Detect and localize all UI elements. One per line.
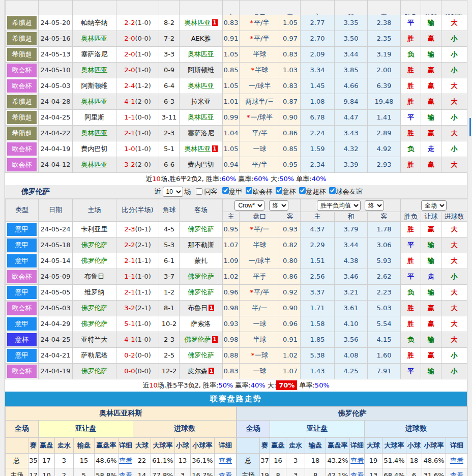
result-handicap: 赢 [421, 78, 441, 94]
score-cell: 2-0(1-0) [116, 46, 159, 62]
home-odds: 1.02 [223, 269, 240, 284]
same-away-checkbox[interactable] [196, 188, 202, 195]
result-handicap: 赢 [421, 31, 441, 46]
view-detail-link[interactable]: 查看 [450, 457, 463, 464]
half-time-score: (0-0) [135, 35, 151, 42]
away-team: 皮尔森1 [180, 363, 223, 379]
handicap-final-select[interactable]: 终 [269, 200, 288, 211]
away-team: 奥林匹亚 [180, 78, 223, 94]
half-time-score: (1-2) [135, 82, 151, 90]
result-wdl: 胜 [401, 300, 421, 316]
detail-cell: 查看 [119, 453, 133, 468]
europe-away-odds: 2.23 [368, 284, 401, 300]
full-time-score: 5-1 [124, 320, 135, 328]
europe-away-odds: 5.03 [368, 300, 401, 316]
score-cell: 1-1(0-0) [116, 109, 159, 125]
europe-draw-odds: 3.35 [335, 15, 368, 31]
home-team: 佛罗伦萨 [73, 253, 116, 269]
star-marker: * [250, 19, 254, 26]
team-name: 那不勒斯 [188, 241, 214, 249]
europe-away-odds: 1.78 [368, 221, 401, 237]
full-time-score: 0-0 [124, 367, 135, 375]
league-badge: 欧会杯 [7, 158, 37, 171]
europe-final-select[interactable]: 终 [365, 200, 384, 211]
europe-draw-odds: 3.46 [335, 269, 368, 284]
europe-draw-odds: 3.21 [335, 284, 368, 300]
europe-avg-select[interactable]: 胜平负均值 [317, 200, 361, 211]
view-detail-link[interactable]: 查看 [119, 457, 132, 464]
view-detail-link[interactable]: 查看 [219, 457, 232, 464]
handicap-line: 半球 [240, 46, 280, 62]
view-detail-link[interactable]: 查看 [119, 471, 132, 476]
fiorentina-match-table: 类型 日期 主场 比分(半场) 角球 客场 Crow* 终 胜平负均值 终 [5, 199, 467, 379]
view-detail-link[interactable]: 查看 [350, 457, 364, 464]
sub-column-header: 主 [223, 212, 240, 221]
odds-company-select[interactable]: Crow* [234, 200, 264, 211]
league-filter-checkbox[interactable] [329, 187, 336, 194]
summary-segment: 40% [251, 381, 266, 389]
league-filter-label: 意超杯 [306, 188, 326, 195]
score-cell: 2-1(1-0) [116, 125, 159, 141]
match-row: 意甲24-05-24卡利亚里2-3(0-1)4-5佛罗伦萨0.95*半/一0.9… [6, 221, 467, 237]
away-odds: 0.83 [280, 78, 301, 94]
match-date: 24-04-19 [39, 363, 73, 379]
team-name: 奥林匹亚 [81, 161, 108, 168]
corner-count: 3-11 [159, 109, 180, 125]
half-time-score: (1-0) [135, 19, 151, 26]
fiorentina-trend-table: 佛罗伦萨全场亚让盘进球数赛赢盘走水输盘赢盘率详细大球大球率小球小球率详细总371… [237, 406, 468, 476]
home-team: 佛罗伦萨 [73, 363, 116, 379]
europe-away-odds: 1.41 [368, 109, 401, 125]
row-label: 主场 [237, 468, 260, 476]
handicap-line: *一球 [240, 347, 280, 363]
handicap-text: 两球半/三 [245, 98, 274, 105]
result-handicap: 输 [421, 253, 441, 269]
league-filter-checkbox[interactable] [222, 187, 229, 194]
half-time-score: (1-0) [135, 50, 151, 58]
handicap-text: 半/一 [254, 225, 269, 233]
league-filter-checkbox[interactable] [299, 187, 306, 194]
league-cell: 意杯 [6, 332, 39, 347]
europe-home-odds: 2.77 [301, 15, 335, 31]
away-team: 奥林匹亚 [180, 109, 223, 125]
match-date: 24-05-03 [39, 300, 73, 316]
away-odds: 0.90 [280, 300, 301, 316]
result-handicap: 输 [421, 109, 441, 125]
cut-off-header-cell: 和 [335, 1, 368, 15]
team-name: 佛罗伦萨 [81, 304, 108, 312]
star-marker: * [251, 351, 255, 359]
result-handicap: 输 [421, 15, 441, 31]
full-time-score: 4-1 [124, 98, 135, 105]
match-count-select[interactable]: 10 [163, 187, 183, 197]
view-detail-link[interactable]: 查看 [350, 471, 364, 476]
result-handicap: 走 [421, 141, 441, 157]
away-team: 奥林匹亚 [180, 46, 223, 62]
col-header-corner: 角球 [159, 199, 180, 221]
group-header-full-match: 全场 [237, 420, 270, 437]
league-checkboxes: 意甲欧会杯意杯意超杯球会友谊 [219, 187, 363, 196]
league-cell: 希腊超 [6, 15, 39, 31]
scope-select[interactable]: 全场 [421, 200, 447, 211]
summary-segment: 60% [254, 175, 269, 183]
view-detail-link[interactable]: 查看 [219, 471, 232, 476]
scrollbar-thumb[interactable] [469, 118, 471, 136]
full-time-score: 2-0 [124, 35, 135, 42]
away-team: 阿斯顿维 [180, 62, 223, 78]
column-header: 小球率 [422, 437, 446, 453]
olympiacos-match-table: 主盘口客主和客胜负让球进球数 希腊超24-05-20帕纳辛纳2-2(1-0)8-… [5, 0, 467, 173]
league-filter-checkbox[interactable] [246, 187, 252, 194]
europe-away-odds: 2.89 [368, 125, 401, 141]
half-time-score: (1-0) [135, 273, 151, 280]
match-date: 24-05-13 [39, 46, 73, 62]
away-odds: 0.96 [280, 316, 301, 332]
team-name: 奥林匹亚 [81, 35, 108, 42]
league-filter-checkbox[interactable] [276, 187, 282, 194]
score-cell: 1-1(1-0) [116, 269, 159, 284]
score-cell: 1-0(1-0) [116, 141, 159, 157]
view-detail-link[interactable]: 查看 [450, 471, 463, 476]
away-team: 佛罗伦萨1 [180, 332, 223, 347]
match-row: 希腊超24-04-22奥林匹亚2-1(1-0)2-3塞萨洛尼1.04平/半0.8… [6, 125, 467, 141]
group-header-goals: 进球数 [133, 420, 237, 437]
col-header-date: 日期 [39, 199, 73, 221]
home-team: 佛罗伦萨 [73, 237, 116, 253]
result-goals: 小 [441, 363, 467, 379]
